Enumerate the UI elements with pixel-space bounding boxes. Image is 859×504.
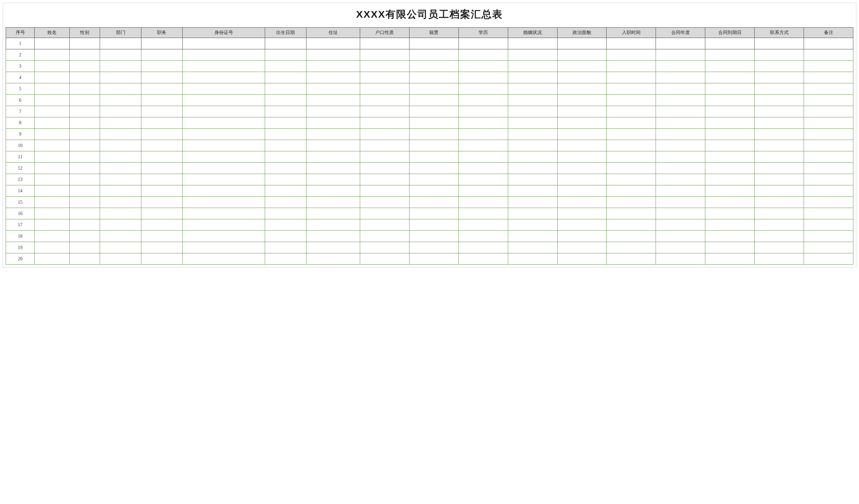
table-cell bbox=[265, 242, 306, 253]
table-cell bbox=[804, 140, 853, 151]
table-cell bbox=[557, 208, 606, 219]
table-header-cell: 部门 bbox=[100, 28, 141, 38]
table-cell bbox=[508, 151, 557, 163]
table-cell bbox=[656, 197, 705, 208]
table-cell bbox=[306, 185, 360, 197]
table-cell bbox=[182, 151, 265, 163]
table-row: 1 bbox=[6, 38, 853, 49]
table-cell bbox=[656, 83, 705, 95]
table-cell bbox=[182, 163, 265, 174]
table-cell bbox=[265, 72, 306, 83]
table-cell bbox=[100, 95, 141, 106]
table-cell bbox=[508, 140, 557, 151]
table-cell bbox=[141, 151, 182, 163]
table-cell bbox=[755, 106, 804, 117]
table-header-cell: 姓名 bbox=[35, 28, 70, 38]
table-cell bbox=[458, 95, 508, 106]
table-cell bbox=[656, 106, 705, 117]
row-seq-cell: 2 bbox=[6, 49, 35, 61]
table-cell bbox=[755, 242, 804, 253]
table-cell bbox=[141, 72, 182, 83]
table-cell bbox=[508, 106, 557, 117]
table-cell bbox=[306, 83, 360, 95]
table-cell bbox=[606, 49, 656, 61]
table-cell bbox=[705, 140, 755, 151]
table-cell bbox=[100, 140, 141, 151]
table-cell bbox=[35, 72, 70, 83]
table-cell bbox=[35, 129, 70, 140]
table-cell bbox=[557, 140, 606, 151]
table-cell bbox=[755, 140, 804, 151]
table-cell bbox=[705, 242, 755, 253]
table-row: 6 bbox=[6, 95, 853, 106]
table-row: 7 bbox=[6, 106, 853, 117]
row-seq-cell: 8 bbox=[6, 117, 35, 129]
table-cell bbox=[705, 253, 755, 265]
table-cell bbox=[458, 72, 508, 83]
table-cell bbox=[804, 117, 853, 129]
table-cell bbox=[557, 231, 606, 242]
table-cell bbox=[35, 38, 70, 49]
table-cell bbox=[265, 140, 306, 151]
table-cell bbox=[458, 231, 508, 242]
table-cell bbox=[69, 231, 100, 242]
table-cell bbox=[508, 72, 557, 83]
table-cell bbox=[606, 208, 656, 219]
table-cell bbox=[265, 117, 306, 129]
table-cell bbox=[705, 208, 755, 219]
table-cell bbox=[360, 117, 409, 129]
table-cell bbox=[557, 49, 606, 61]
table-cell bbox=[182, 197, 265, 208]
table-cell bbox=[306, 231, 360, 242]
table-cell bbox=[656, 72, 705, 83]
table-cell bbox=[69, 95, 100, 106]
row-seq-cell: 12 bbox=[6, 163, 35, 174]
table-cell bbox=[100, 129, 141, 140]
table-cell bbox=[755, 253, 804, 265]
table-cell bbox=[100, 231, 141, 242]
table-cell bbox=[656, 174, 705, 185]
table-cell bbox=[557, 106, 606, 117]
table-cell bbox=[458, 129, 508, 140]
table-cell bbox=[360, 151, 409, 163]
table-header-cell: 性别 bbox=[69, 28, 100, 38]
table-cell bbox=[705, 72, 755, 83]
table-cell bbox=[508, 117, 557, 129]
table-cell bbox=[141, 140, 182, 151]
table-cell bbox=[409, 129, 458, 140]
row-seq-cell: 4 bbox=[6, 72, 35, 83]
table-cell bbox=[458, 253, 508, 265]
table-cell bbox=[409, 117, 458, 129]
table-cell bbox=[458, 208, 508, 219]
table-cell bbox=[557, 197, 606, 208]
table-cell bbox=[606, 140, 656, 151]
table-cell bbox=[606, 129, 656, 140]
table-cell bbox=[265, 129, 306, 140]
table-cell bbox=[804, 151, 853, 163]
table-cell bbox=[755, 151, 804, 163]
table-cell bbox=[557, 151, 606, 163]
table-cell bbox=[458, 151, 508, 163]
table-cell bbox=[141, 106, 182, 117]
table-cell bbox=[360, 38, 409, 49]
table-cell bbox=[458, 83, 508, 95]
table-cell bbox=[508, 208, 557, 219]
table-cell bbox=[458, 49, 508, 61]
table-cell bbox=[804, 83, 853, 95]
table-cell bbox=[100, 253, 141, 265]
table-cell bbox=[141, 49, 182, 61]
table-cell bbox=[458, 117, 508, 129]
table-cell bbox=[804, 208, 853, 219]
table-cell bbox=[182, 219, 265, 231]
table-cell bbox=[35, 117, 70, 129]
table-cell bbox=[656, 208, 705, 219]
table-cell bbox=[755, 117, 804, 129]
table-cell bbox=[182, 129, 265, 140]
table-header-cell: 序号 bbox=[6, 28, 35, 38]
table-row: 9 bbox=[6, 129, 853, 140]
table-cell bbox=[705, 197, 755, 208]
table-header-cell: 出生日期 bbox=[265, 28, 306, 38]
table-cell bbox=[458, 197, 508, 208]
table-cell bbox=[69, 163, 100, 174]
table-header-cell: 政治面貌 bbox=[557, 28, 606, 38]
